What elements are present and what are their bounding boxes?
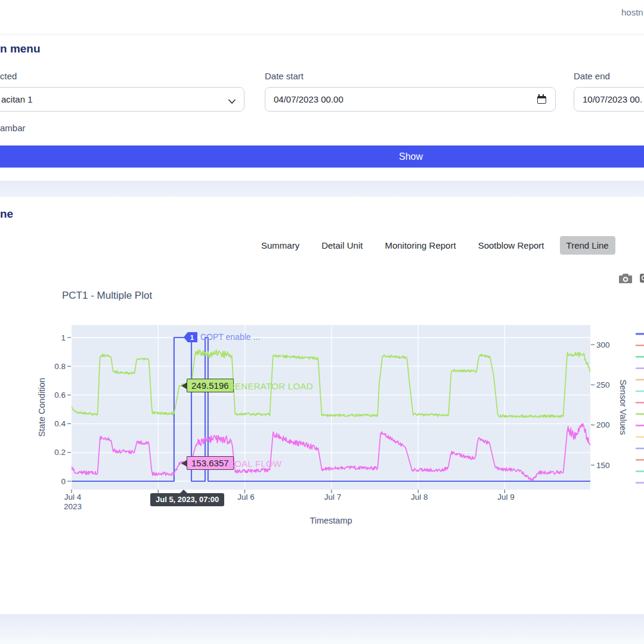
axis-tick-label: 0.6 [54,391,66,400]
axis-tick-label: 0.8 [54,362,66,371]
gambar-label: ambar [0,123,26,133]
axis-tick-label: 0.2 [54,448,66,457]
unit-selected-label: cted [0,71,17,81]
axis-tick-label: Jul 8 [411,493,428,501]
chart-area[interactable]: 00.20.40.60.81150200250300Jul 42023Jul 5… [0,322,644,531]
chevron-down-icon [228,96,236,106]
axis-tick-label: 200 [596,420,610,429]
zoom-icon[interactable] [639,273,644,286]
calendar-icon[interactable] [537,96,546,104]
tab-sootblow-report[interactable]: Sootblow Report [472,236,551,255]
date-start-label: Date start [265,71,304,81]
axis-tick-label: Jul 4 [64,493,82,501]
camera-icon[interactable] [619,273,632,286]
axis-tick-label: 2023 [64,502,82,511]
chart-title: PCT1 - Multiple Plot [62,290,152,302]
plot-modebar [619,273,644,286]
axis-tick-label: Jul 9 [497,493,515,501]
y-right-axis-title: Sensor Values [618,379,628,435]
section-divider-strip [0,181,644,197]
axis-tick-label: Jul 5 [151,493,168,501]
unit-select[interactable]: acitan 1 [0,87,244,112]
axis-tick-label: 1 [61,333,66,342]
top-header-bar: hostn [0,0,644,35]
trend-line-heading: ne [0,208,13,221]
axis-tick-label: 250 [596,380,610,389]
legend [636,334,644,483]
tab-trend-line[interactable]: Trend Line [560,236,615,255]
report-tabs: SummaryDetail UnitMonitoring ReportSootb… [255,236,615,255]
date-end-value: 10/07/2023 00. [583,94,642,104]
axis-tick-label: 0.4 [54,419,66,428]
y-left-axis-title: State Condition [37,377,47,436]
date-end-label: Date end [574,71,610,81]
axis-tick-label: 150 [596,461,610,470]
date-end-input[interactable]: 10/07/2023 00. [574,87,644,112]
date-start-input[interactable]: 04/07/2023 00.00 [265,87,556,112]
unit-select-value: acitan 1 [1,94,33,104]
footer-strip [0,614,644,644]
tab-monitoring-report[interactable]: Monitoring Report [378,236,462,255]
x-axis-title: Timestamp [309,516,352,525]
axis-tick-label: 300 [596,340,610,349]
show-button[interactable]: Show [0,145,644,168]
tab-detail-unit[interactable]: Detail Unit [315,236,369,255]
axis-tick-label: Jul 6 [237,493,255,501]
axis-tick-label: Jul 7 [324,493,342,501]
chart-canvas[interactable]: 00.20.40.60.81150200250300Jul 42023Jul 5… [0,322,644,531]
tab-summary[interactable]: Summary [255,236,306,255]
date-start-value: 04/07/2023 00.00 [274,94,343,104]
selection-menu-heading: n menu [0,42,41,55]
plot-background [72,325,590,490]
axis-tick-label: 0 [61,477,66,486]
hostname-text: hostn [621,7,643,17]
